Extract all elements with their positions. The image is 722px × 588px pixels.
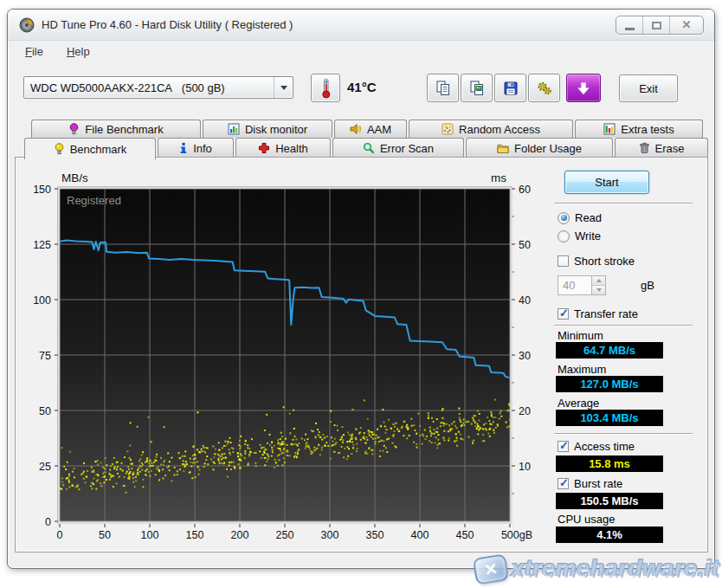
write-radio[interactable]: Write <box>558 229 601 242</box>
tab-label: Disk monitor <box>245 123 307 136</box>
tab-benchmark[interactable]: Benchmark <box>24 138 156 159</box>
tab-health[interactable]: Health <box>235 138 331 158</box>
burst-rate-value: 150.5 MB/s <box>556 493 663 509</box>
start-button[interactable]: Start <box>564 171 649 194</box>
maximize-button[interactable] <box>643 16 670 34</box>
copy-image-button[interactable] <box>461 74 493 102</box>
watermark: ✕ xtremehardware.it <box>474 556 719 583</box>
menu-help[interactable]: Help <box>67 45 90 58</box>
separator <box>554 203 693 204</box>
svg-text:50: 50 <box>99 529 111 541</box>
scatter-icon <box>442 123 454 135</box>
svg-text:0: 0 <box>57 529 63 541</box>
trash-icon <box>639 142 650 154</box>
svg-text:100: 100 <box>141 529 159 541</box>
burst-rate-checkbox[interactable]: Burst rate <box>558 477 622 490</box>
svg-text:450: 450 <box>456 529 474 541</box>
tab-aam[interactable]: AAM <box>334 120 407 138</box>
close-button[interactable]: ✕ <box>670 16 703 34</box>
toolbar: WDC WD5000AAKX-221CA (500 gB) 41°C <box>8 61 714 107</box>
svg-text:25: 25 <box>39 461 51 473</box>
tab-label: AAM <box>367 123 391 136</box>
tab-extra-tests[interactable]: Extra tests <box>575 120 703 138</box>
short-stroke-checkbox[interactable]: Short stroke <box>558 255 635 268</box>
benchmark-sidebar: Start Read Write Short stroke 40 <box>552 158 706 552</box>
radio-icon <box>558 230 570 242</box>
benchmark-panel: RegisteredMB/sms150125100755025060504030… <box>15 157 708 552</box>
exit-button[interactable]: Exit <box>619 74 678 102</box>
benchmark-chart: RegisteredMB/sms150125100755025060504030… <box>16 158 551 549</box>
tab-random-access[interactable]: Random Access <box>409 120 573 138</box>
maximum-label: Maximum <box>558 363 606 376</box>
access-time-value: 15.8 ms <box>556 456 663 472</box>
access-time-checkbox[interactable]: Access time <box>558 440 635 453</box>
svg-text:50: 50 <box>519 239 531 251</box>
tab-label: Random Access <box>459 123 540 136</box>
minimize-icon <box>625 28 635 30</box>
transfer-rate-checkbox[interactable]: Transfer rate <box>558 307 638 320</box>
arrow-down-icon <box>596 288 602 292</box>
app-window: HD Tune Pro 4.60 - Hard Disk Utility ( R… <box>7 9 715 569</box>
health-cross-icon <box>258 142 270 154</box>
drive-select[interactable]: WDC WD5000AAKX-221CA (500 gB) <box>23 76 293 99</box>
tab-label: Error Scan <box>380 142 434 155</box>
extra-tests-icon <box>603 123 616 135</box>
tab-label: Health <box>275 142 308 155</box>
bulb-yellow-icon <box>54 143 65 155</box>
svg-text:200: 200 <box>231 529 249 541</box>
svg-text:250: 250 <box>276 529 294 541</box>
burst-rate-label: Burst rate <box>574 477 622 490</box>
svg-text:150: 150 <box>186 529 204 541</box>
read-radio[interactable]: Read <box>558 211 602 224</box>
tab-label: Folder Usage <box>514 142 582 155</box>
short-stroke-label: Short stroke <box>574 255 635 268</box>
read-radio-label: Read <box>575 211 602 224</box>
options-button[interactable] <box>528 74 560 102</box>
checkbox-icon <box>558 255 569 267</box>
tab-file-benchmark[interactable]: File Benchmark <box>31 120 201 138</box>
close-icon: ✕ <box>682 18 692 32</box>
tab-info[interactable]: Info <box>158 138 234 158</box>
speaker-icon <box>350 123 362 135</box>
watermark-logo-icon: ✕ <box>473 553 509 585</box>
drive-select-value: WDC WD5000AAKX-221CA (500 gB) <box>24 81 274 94</box>
stepper-arrows[interactable] <box>592 275 606 295</box>
svg-text:10: 10 <box>519 461 531 473</box>
tab-disk-monitor[interactable]: Disk monitor <box>203 120 332 138</box>
copy-image-icon <box>468 80 486 97</box>
svg-text:125: 125 <box>33 239 51 251</box>
tab-row-secondary: File Benchmark Disk monitor AAM Random A… <box>31 120 705 138</box>
save-button[interactable] <box>494 74 526 102</box>
radio-icon <box>558 212 570 224</box>
tab-erase[interactable]: Erase <box>615 138 708 158</box>
short-stroke-size-value[interactable]: 40 <box>558 275 592 295</box>
download-arrow-icon <box>575 80 592 97</box>
svg-text:50: 50 <box>39 405 51 417</box>
average-label: Average <box>558 397 599 410</box>
svg-text:Registered: Registered <box>67 194 121 207</box>
checkbox-icon <box>558 308 569 320</box>
gears-icon <box>536 80 553 97</box>
tab-folder-usage[interactable]: Folder Usage <box>466 138 613 158</box>
menu-file[interactable]: File <box>25 45 43 58</box>
minimize-button[interactable] <box>616 16 643 34</box>
svg-text:MB/s: MB/s <box>61 171 88 184</box>
temperature-button[interactable] <box>311 74 340 102</box>
write-radio-label: Write <box>575 229 601 242</box>
checkbox-icon <box>558 478 569 489</box>
save-icon <box>502 80 519 97</box>
short-stroke-size-stepper[interactable]: 40 <box>558 275 606 295</box>
short-stroke-unit: gB <box>641 279 654 292</box>
svg-text:60: 60 <box>519 184 531 196</box>
tab-error-scan[interactable]: Error Scan <box>332 138 464 158</box>
svg-text:500gB: 500gB <box>501 529 532 541</box>
copy-text-button[interactable] <box>427 74 459 102</box>
download-button[interactable] <box>566 74 601 102</box>
temperature-value: 41°C <box>347 80 377 94</box>
magnifier-icon <box>363 142 375 154</box>
stepper-down[interactable] <box>592 286 605 294</box>
stepper-up[interactable] <box>592 276 605 286</box>
svg-text:400: 400 <box>411 529 429 541</box>
separator <box>554 325 693 326</box>
tab-row-primary: Benchmark Info Health Error Scan Folder … <box>24 138 710 158</box>
